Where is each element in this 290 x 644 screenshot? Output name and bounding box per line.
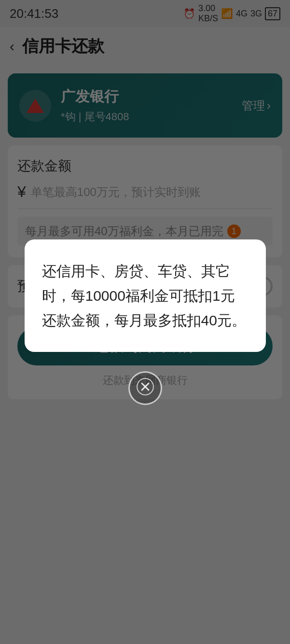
close-icon <box>137 378 154 398</box>
close-button[interactable] <box>128 371 162 405</box>
overlay: 还信用卡、房贷、车贷、其它时，每10000福利金可抵扣1元还款金额，每月最多抵扣… <box>0 0 290 644</box>
popup-card: 还信用卡、房贷、车贷、其它时，每10000福利金可抵扣1元还款金额，每月最多抵扣… <box>25 239 266 352</box>
popup-text: 还信用卡、房贷、车贷、其它时，每10000福利金可抵扣1元还款金额，每月最多抵扣… <box>42 259 249 333</box>
